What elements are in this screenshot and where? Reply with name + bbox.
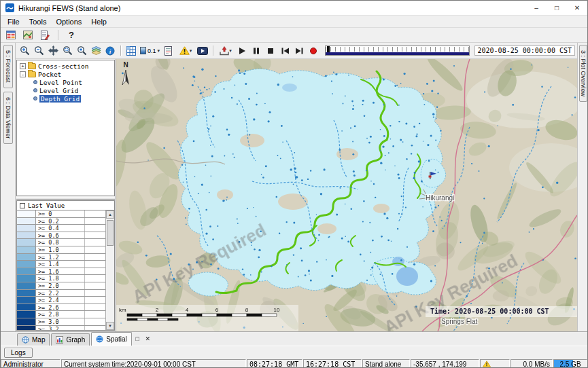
step-back-button[interactable] [278, 44, 292, 58]
legend-color-swatch [17, 246, 36, 253]
legend-row: >= 0.4 [17, 225, 105, 232]
panel-close-button[interactable]: ✕ [143, 334, 152, 344]
toolbar-separator [213, 45, 213, 56]
menu-options[interactable]: Options [51, 17, 86, 26]
legend-threshold-label: >= 3.2 [36, 326, 85, 331]
logs-button[interactable]: Logs [4, 348, 33, 358]
pause-button[interactable] [249, 44, 263, 58]
toolbar-separator [120, 45, 121, 56]
info-icon[interactable]: i [103, 44, 117, 58]
movie-export-icon[interactable] [196, 44, 209, 58]
interval-color-swatch [140, 47, 146, 54]
legend-color-swatch [17, 254, 36, 261]
legend-row: >= 0.2 [17, 218, 105, 225]
layer-dot-icon [33, 80, 37, 84]
legend-threshold-label: >= 0.4 [36, 225, 85, 232]
time-slider-track [326, 52, 468, 55]
dropdown-arrow-icon: ▾ [190, 48, 192, 54]
tab-map[interactable]: Map [17, 333, 50, 346]
legend-threshold-label: >= 2.0 [36, 282, 85, 289]
map-canvas[interactable]: API Key Required API Key Required N km 2… [116, 59, 577, 331]
tab-plot-overview[interactable]: 3 : Plot Overview [579, 45, 587, 102]
zoom-extent-icon[interactable] [75, 44, 88, 58]
legend-spacer [85, 246, 105, 253]
stop-button[interactable] [264, 44, 277, 58]
legend-threshold-label: >= 0.8 [36, 239, 85, 246]
step-forward-button[interactable] [292, 44, 306, 58]
menu-file[interactable]: File [3, 17, 24, 26]
scroll-down-icon[interactable]: ▼ [106, 322, 114, 330]
expander-icon[interactable]: + [20, 63, 26, 69]
interval-selector[interactable]: 0.1 ▾ [139, 45, 161, 57]
layer-tree[interactable]: + Cross-section - Pocket Level Point Lev… [16, 60, 115, 196]
legend-threshold-label: >= 2.8 [36, 311, 85, 318]
panel-maximize-button[interactable]: □ [133, 334, 142, 344]
expander-icon[interactable]: - [20, 71, 26, 77]
tab-spatial[interactable]: Spatial [91, 332, 132, 346]
warnings-dropdown[interactable]: ▾ [176, 44, 195, 58]
tree-node-cross-section[interactable]: + Cross-section [17, 62, 114, 70]
save-snapshot-icon[interactable]: ▾ [217, 44, 235, 58]
scalebar-backdrop [116, 305, 298, 331]
zoom-rectangle-icon[interactable] [60, 44, 74, 58]
dropdown-arrow-icon: ▾ [229, 48, 232, 54]
layers-icon[interactable] [89, 44, 103, 58]
minimize-button[interactable]: – [526, 1, 547, 15]
tree-node-level-point[interactable]: Level Point [17, 78, 114, 86]
tab-data-viewer[interactable]: 6 : Data Viewer [3, 92, 13, 144]
legend-threshold-label: >= 1.6 [36, 268, 85, 275]
scale-tick-label: 8 [245, 307, 249, 313]
menu-tools[interactable]: Tools [24, 17, 52, 26]
zoom-in-icon[interactable] [18, 44, 31, 58]
display-tab-bar: Map Graph Spatial □ ✕ [1, 331, 587, 346]
time-slider-marker[interactable] [327, 46, 330, 52]
grid-display-icon[interactable] [124, 44, 138, 58]
database-display-icon[interactable] [4, 29, 18, 42]
panel-splitter[interactable] [16, 197, 115, 200]
tree-node-level-grid[interactable]: Level Grid [17, 86, 114, 94]
status-warning-cell[interactable] [480, 359, 510, 368]
map-toolbar: i 0.1 ▾ ▾ ▾ [16, 43, 577, 59]
maximize-button[interactable]: □ [547, 1, 567, 15]
title-bar[interactable]: Hikurangi FEWS (Stand alone) – □ ✕ [1, 1, 587, 16]
tree-node-label: Cross-section [38, 62, 88, 70]
scrollbar-thumb[interactable] [107, 220, 114, 246]
tab-graph-label: Graph [66, 336, 85, 344]
scale-tick-label: 6 [215, 307, 219, 313]
last-value-checkbox[interactable] [20, 203, 25, 208]
legend-threshold-label: >= 2.2 [36, 290, 85, 297]
legend-row: >= 2.6 [17, 304, 105, 312]
legend-spacer [85, 297, 105, 303]
help-button[interactable]: ? [65, 29, 78, 42]
scrollbar-track[interactable] [106, 219, 114, 322]
tab-forecast[interactable]: 5 : Forecast [3, 45, 13, 88]
legend-color-swatch [17, 232, 36, 239]
legend-spacer [85, 268, 105, 275]
status-local-time: 16:27:18 CST [303, 359, 362, 368]
legend-scrollbar[interactable]: ▲ ▼ [105, 210, 114, 330]
play-button[interactable] [235, 44, 249, 58]
zoom-out-icon[interactable] [32, 44, 46, 58]
tree-node-depth-grid[interactable]: Depth Grid [17, 94, 114, 103]
pan-icon[interactable] [46, 44, 60, 58]
last-value-header[interactable]: Last Value [16, 200, 115, 210]
menu-help[interactable]: Help [86, 17, 111, 26]
time-slider[interactable] [325, 45, 469, 56]
status-user: Administrator [1, 359, 60, 368]
scroll-up-icon[interactable]: ▲ [106, 210, 114, 219]
spatial-display[interactable]: API Key Required API Key Required N km 2… [116, 59, 577, 331]
close-button[interactable]: ✕ [567, 1, 587, 15]
map-display-icon[interactable] [21, 29, 35, 42]
right-tab-strip: 3 : Plot Overview [577, 43, 588, 331]
legend-row: >= 0.6 [17, 232, 105, 240]
legend-spacer [85, 261, 105, 268]
tree-node-pocket[interactable]: - Pocket [17, 70, 114, 78]
current-datetime[interactable]: 2020-08-25 00:00:00 CST [474, 45, 575, 56]
legend-row: >= 0.8 [17, 239, 105, 246]
timeseries-document-icon[interactable] [162, 44, 175, 58]
document-edit-icon[interactable] [38, 29, 52, 42]
legend-spacer [85, 326, 105, 331]
record-button[interactable] [307, 44, 320, 58]
tab-graph[interactable]: Graph [51, 333, 90, 346]
left-tab-strip: 5 : Forecast 6 : Data Viewer [1, 43, 16, 331]
